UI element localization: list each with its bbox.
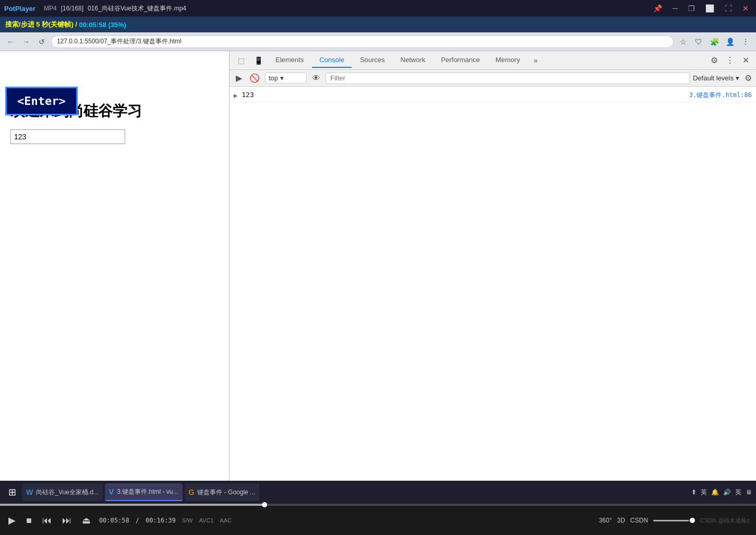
console-settings-icon[interactable]: ⚙ bbox=[745, 73, 752, 83]
bookmark-btn[interactable]: ☆ bbox=[677, 35, 689, 48]
play-btn[interactable]: ▶ bbox=[6, 513, 18, 528]
3d-label: 3D bbox=[617, 517, 625, 524]
levels-chevron-icon: ▾ bbox=[736, 74, 739, 82]
tray-lang-icon[interactable]: 英 bbox=[701, 488, 707, 497]
tab-elements[interactable]: Elements bbox=[268, 53, 311, 68]
close-devtools-btn[interactable]: ✕ bbox=[739, 54, 752, 67]
prev-btn[interactable]: ⏮ bbox=[40, 513, 54, 528]
chrome-icon: G bbox=[189, 488, 195, 496]
back-btn[interactable]: ← bbox=[4, 35, 17, 48]
tab-network[interactable]: Network bbox=[393, 53, 433, 68]
volume-slider[interactable] bbox=[653, 520, 695, 521]
settings-icon[interactable]: ⚙ bbox=[708, 54, 721, 67]
word-icon: W bbox=[26, 488, 33, 496]
progress-handle[interactable] bbox=[262, 502, 267, 507]
console-value: 123 bbox=[242, 91, 664, 99]
volume-fill bbox=[653, 520, 689, 521]
search-bar: 搜索/步进 5 秒(关键帧) / 00:05:58 (35%) bbox=[0, 17, 756, 32]
chevron-down-icon: ▾ bbox=[280, 74, 284, 82]
devtools-panel: ⬚ 📱 Elements Console Sources Network Per… bbox=[230, 51, 756, 487]
context-selector[interactable]: top ▾ bbox=[265, 73, 307, 84]
degree-label: 360° bbox=[599, 517, 612, 524]
start-btn[interactable]: ⊞ bbox=[4, 484, 20, 500]
more-tabs-btn[interactable]: » bbox=[530, 54, 542, 67]
device-icon[interactable]: 📱 bbox=[250, 54, 267, 67]
taskbar-item-chrome-label: 键盘事件 - Google ... bbox=[197, 488, 255, 497]
taskbar-item-chrome[interactable]: G 键盘事件 - Google ... bbox=[185, 483, 260, 501]
minimize-btn[interactable]: ─ bbox=[669, 3, 681, 14]
tab-performance[interactable]: Performance bbox=[434, 53, 487, 68]
next-btn[interactable]: ⏭ bbox=[60, 513, 74, 528]
format-sw: S/W bbox=[182, 517, 193, 524]
tray-volume-icon[interactable]: 🔊 bbox=[723, 489, 731, 496]
current-time: 00:05:58 bbox=[99, 517, 129, 524]
csdn-icon: CSDN bbox=[630, 517, 648, 524]
taskbar-item-vscode-label: 3.键盘事件.html - vu... bbox=[117, 488, 178, 496]
progress-fill bbox=[0, 504, 265, 506]
browser-chrome: ← → ↺ 127.0.0.1:5500/07_事件处理/3.键盘事件.html… bbox=[0, 32, 756, 51]
tab-console[interactable]: Console bbox=[312, 53, 352, 68]
shield-icon[interactable]: 🛡 bbox=[692, 35, 705, 48]
tray-screen-icon[interactable]: 🖥 bbox=[746, 489, 752, 496]
block-icon[interactable]: 🚫 bbox=[247, 72, 262, 84]
vscode-icon: V bbox=[109, 488, 114, 496]
taskbar-item-label: 尚硅谷_Vue全家桶.d... bbox=[36, 488, 99, 497]
window-controls: 📌 ─ ❐ ⬜ ⛶ ✕ bbox=[650, 3, 752, 14]
system-tray: ⬆ 英 🔔 🔊 英 🖥 bbox=[691, 488, 752, 497]
forward-btn[interactable]: → bbox=[20, 35, 32, 48]
filter-input[interactable] bbox=[326, 73, 690, 84]
format-avc1: AVC1 bbox=[199, 517, 213, 524]
menu-btn[interactable]: ⋮ bbox=[739, 35, 752, 48]
taskbar-item-vscode[interactable]: V 3.键盘事件.html - vu... bbox=[105, 483, 183, 501]
app-brand[interactable]: PotPlayer bbox=[4, 5, 35, 13]
tray-input-icon[interactable]: 英 bbox=[735, 488, 741, 497]
extension-btn[interactable]: 🧩 bbox=[708, 35, 721, 48]
title-filename: 016_尚硅谷Vue技术_键盘事件.mp4 bbox=[88, 4, 186, 13]
taskbar-item-word[interactable]: W 尚硅谷_Vue全家桶.d... bbox=[22, 483, 103, 501]
media-right: 360° 3D CSDN CSDN @待木成栋z bbox=[599, 517, 750, 525]
pin-btn[interactable]: 📌 bbox=[650, 3, 665, 14]
console-source[interactable]: 3.键盘事件.html:86 bbox=[668, 91, 752, 100]
inspect-icon[interactable]: ⬚ bbox=[234, 54, 249, 67]
main-area: <Enter> 欢迎来到尚硅谷学习 ⬚ 📱 Elements Console S… bbox=[0, 51, 756, 487]
maximize-btn[interactable]: ⬜ bbox=[702, 3, 717, 14]
open-btn[interactable]: ⏏ bbox=[80, 513, 93, 528]
volume-handle[interactable] bbox=[690, 518, 695, 523]
tray-upload-icon[interactable]: ⬆ bbox=[691, 489, 697, 496]
expand-arrow-icon[interactable]: ▶ bbox=[234, 92, 237, 99]
tab-memory[interactable]: Memory bbox=[488, 53, 527, 68]
total-time: 00:16:39 bbox=[146, 517, 176, 524]
tab-sources[interactable]: Sources bbox=[353, 53, 392, 68]
watermark-text: CSDN @待木成栋z bbox=[700, 517, 750, 525]
levels-selector[interactable]: Default levels ▾ bbox=[693, 74, 739, 82]
search-label: 搜索/步进 5 秒(关键帧) / bbox=[5, 20, 77, 29]
title-bar: PotPlayer MP4 [16/168] 016_尚硅谷Vue技术_键盘事件… bbox=[0, 0, 756, 17]
levels-label: Default levels bbox=[693, 74, 734, 82]
context-value: top bbox=[269, 74, 278, 82]
media-bottom: ▶ ■ ⏮ ⏭ ⏏ 00:05:58 / 00:16:39 S/W AVC1 A… bbox=[0, 506, 756, 535]
console-row: ▶ 123 3.键盘事件.html:86 bbox=[230, 89, 756, 102]
taskbar: ⊞ W 尚硅谷_Vue全家桶.d... V 3.键盘事件.html - vu..… bbox=[0, 481, 756, 504]
close-btn[interactable]: ✕ bbox=[739, 3, 752, 14]
console-toolbar: ▶ 🚫 top ▾ 👁 Default levels ▾ ⚙ bbox=[230, 70, 756, 87]
title-format: MP4 bbox=[44, 5, 57, 12]
eye-icon[interactable]: 👁 bbox=[310, 73, 322, 84]
page-input[interactable] bbox=[10, 129, 125, 144]
stop-btn[interactable]: ■ bbox=[24, 513, 34, 528]
restore-btn[interactable]: ❐ bbox=[685, 3, 698, 14]
play-icon[interactable]: ▶ bbox=[234, 72, 244, 84]
media-controls: ▶ ■ ⏮ ⏭ ⏏ 00:05:58 / 00:16:39 S/W AVC1 A… bbox=[0, 504, 756, 535]
tray-notify-icon[interactable]: 🔔 bbox=[711, 489, 719, 496]
search-time: 00:05:58 (35%) bbox=[79, 21, 126, 29]
profile-btn[interactable]: 👤 bbox=[724, 35, 736, 48]
devtools-header-right: ⚙ ⋮ ✕ bbox=[708, 54, 752, 67]
time-sep: / bbox=[136, 517, 139, 524]
progress-bar[interactable] bbox=[0, 504, 756, 506]
page-content: 欢迎来到尚硅谷学习 bbox=[0, 51, 230, 487]
fullscreen-btn[interactable]: ⛶ bbox=[722, 3, 735, 14]
reload-btn[interactable]: ↺ bbox=[35, 35, 48, 48]
devtools-more-icon[interactable]: ⋮ bbox=[724, 54, 736, 67]
devtools-tabs: ⬚ 📱 Elements Console Sources Network Per… bbox=[230, 51, 756, 70]
url-bar[interactable]: 127.0.0.1:5500/07_事件处理/3.键盘事件.html bbox=[51, 35, 674, 48]
url-text: 127.0.0.1:5500/07_事件处理/3.键盘事件.html bbox=[57, 37, 182, 46]
